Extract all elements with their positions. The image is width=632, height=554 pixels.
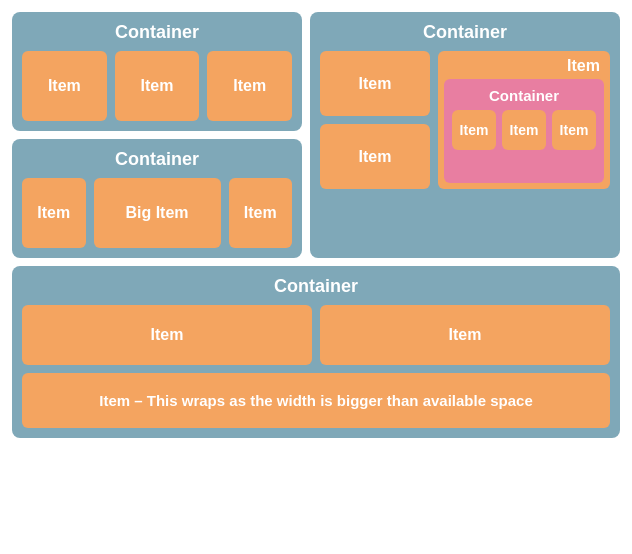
pink-container-items-row: Item Item Item	[452, 110, 596, 175]
pink-item-2: Item	[502, 110, 546, 150]
top-left-items-row: Item Item Item	[22, 51, 292, 121]
bottom-item-wrap: Item – This wraps as the width is bigger…	[22, 373, 610, 428]
bottom-item-2: Item	[320, 305, 610, 365]
top-right-inner: Item Item Item Container Item Item Item	[320, 51, 610, 189]
top-right-container: Container Item Item Item Container Item …	[310, 12, 620, 258]
middle-left-item-3: Item	[229, 178, 293, 248]
top-left-item-2: Item	[115, 51, 200, 121]
top-right-left-item-1: Item	[320, 51, 430, 116]
left-column: Container Item Item Item Container Item …	[12, 12, 302, 258]
top-right-left-item-2: Item	[320, 124, 430, 189]
bottom-container: Container Item Item Item – This wraps as…	[12, 266, 620, 438]
middle-left-container: Container Item Big Item Item	[12, 139, 302, 258]
outer-item-label: Item	[444, 57, 604, 75]
top-left-container: Container Item Item Item	[12, 12, 302, 131]
middle-left-item-1: Item	[22, 178, 86, 248]
middle-left-item-big: Big Item	[94, 178, 221, 248]
middle-left-container-label: Container	[22, 149, 292, 170]
top-right-container-label: Container	[320, 22, 610, 43]
outer-item-container: Item Container Item Item Item	[438, 51, 610, 189]
middle-left-items-row: Item Big Item Item	[22, 178, 292, 248]
top-right-left-items: Item Item	[320, 51, 430, 189]
top-left-item-3: Item	[207, 51, 292, 121]
pink-container: Container Item Item Item	[444, 79, 604, 183]
bottom-container-label: Container	[22, 276, 610, 297]
top-left-item-1: Item	[22, 51, 107, 121]
bottom-item-1: Item	[22, 305, 312, 365]
page-wrapper: Container Item Item Item Container Item …	[12, 12, 620, 438]
pink-container-label: Container	[452, 87, 596, 104]
top-left-container-label: Container	[22, 22, 292, 43]
main-top: Container Item Item Item Container Item …	[12, 12, 620, 258]
pink-item-3: Item	[552, 110, 596, 150]
pink-item-1: Item	[452, 110, 496, 150]
bottom-items-grid: Item Item Item – This wraps as the width…	[22, 305, 610, 428]
